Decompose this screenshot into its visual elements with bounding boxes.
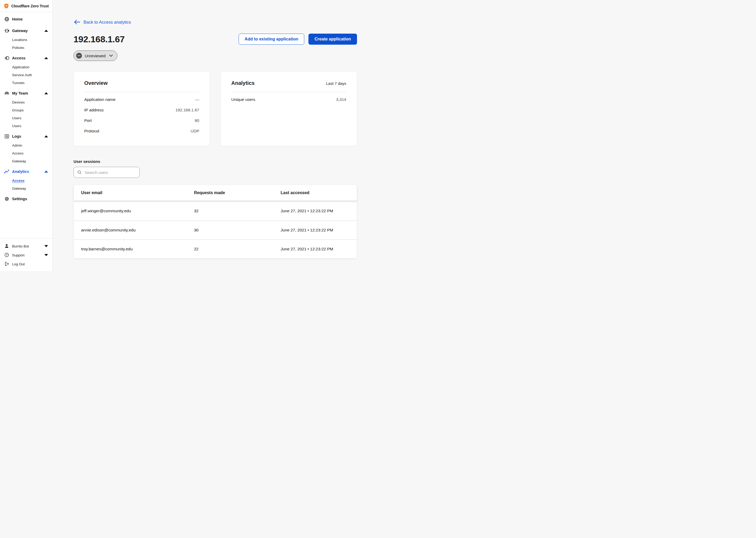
add-to-existing-application-button[interactable]: Add to existing application [239, 34, 304, 45]
help-icon: ? [4, 252, 10, 258]
sidebar-item-settings[interactable]: Settings [0, 194, 52, 204]
collapse-arrow-icon[interactable] [44, 92, 48, 94]
sidebar-item-label: Analytics [12, 169, 29, 174]
review-status-dropdown[interactable]: Unreviewed [73, 50, 117, 61]
brand-label: Cloudflare Zero Trust [11, 4, 49, 8]
sidebar-item-users[interactable]: Users [0, 114, 52, 122]
main-content: Back to Access analytics 192.168.1.67 Ad… [53, 0, 378, 271]
table-row: troy.barnes@community.edu22June 27, 2021… [74, 239, 357, 258]
analytics-rows: Unique users3,314 [231, 94, 346, 105]
footer-item-burrito-bot[interactable]: Burrito Bot [0, 242, 52, 250]
footer-item-log-out[interactable]: Log Out [0, 259, 52, 268]
analytics-card: Analytics Last 7 days Unique users3,314 [220, 72, 357, 146]
kv-value: 3,314 [336, 97, 346, 102]
requests-made-cell: 32 [194, 209, 281, 213]
page-header: 192.168.1.67 Add to existing application… [73, 34, 357, 45]
sidebar-item-label: Policies [12, 46, 24, 50]
sidebar-item-label: Access [12, 179, 24, 183]
app-window: Cloudflare Zero Trust HomeGatewayLocatio… [0, 0, 378, 271]
sidebar-item-logs[interactable]: Logs [0, 131, 52, 141]
kv-label: Unique users [231, 97, 255, 102]
sidebar-item-users[interactable]: Users [0, 122, 52, 130]
unreviewed-minus-icon [76, 53, 82, 59]
sidebar-item-application[interactable]: Application [0, 63, 52, 71]
user-email-cell: jeff.winger@community.edu [81, 209, 194, 213]
sidebar-item-label: Gateway [12, 159, 26, 163]
sidebar-item-gateway[interactable]: Gateway [0, 26, 52, 36]
collapse-arrow-icon[interactable] [44, 57, 48, 59]
sidebar-item-devices[interactable]: Devices [0, 98, 52, 106]
user-sessions-table: User emailRequests madeLast accessed jef… [73, 185, 357, 258]
sidebar-nav: HomeGatewayLocationsPoliciesAccessApplic… [0, 12, 52, 238]
team-icon [4, 91, 10, 96]
footer-item-label: Support [12, 253, 24, 257]
sidebar-item-label: Gateway [12, 28, 28, 33]
collapse-arrow-icon[interactable] [44, 30, 48, 32]
gear-icon [4, 196, 10, 201]
kv-label: Protocol [84, 129, 99, 134]
back-link-label: Back to Access analytics [83, 20, 131, 25]
globe-icon [4, 17, 10, 22]
collapse-arrow-icon[interactable] [44, 171, 48, 173]
user-icon [4, 243, 10, 249]
kv-value: 192.168.1.67 [175, 108, 199, 112]
requests-made-cell: 30 [194, 228, 281, 233]
table-row: annie.edison@community.edu30June 27, 202… [74, 220, 357, 239]
sidebar-item-access[interactable]: Access [0, 177, 52, 185]
collapse-arrow-icon[interactable] [44, 135, 48, 137]
overview-card: Overview Application name—IP address192.… [73, 72, 210, 146]
sidebar: Cloudflare Zero Trust HomeGatewayLocatio… [0, 0, 53, 271]
sidebar-item-analytics[interactable]: Analytics [0, 167, 52, 177]
user-sessions-label: User sessions [73, 159, 357, 164]
back-link[interactable]: Back to Access analytics [73, 20, 131, 25]
sidebar-item-access[interactable]: Access [0, 53, 52, 63]
logs-icon [4, 134, 10, 139]
sidebar-item-label: Tunnels [12, 81, 25, 85]
sidebar-item-label: Devices [12, 100, 25, 104]
last-accessed-cell: June 27, 2021 • 12:23:22 PM [281, 247, 357, 251]
requests-made-cell: 22 [194, 247, 281, 251]
brand: Cloudflare Zero Trust [0, 0, 52, 12]
last-accessed-cell: June 27, 2021 • 12:23:22 PM [281, 228, 357, 233]
search-icon [77, 170, 82, 175]
analytics-period-label: Last 7 days [326, 81, 346, 86]
analytics-card-title: Analytics [231, 80, 255, 86]
sidebar-item-access[interactable]: Access [0, 149, 52, 157]
table-row: jeff.winger@community.edu32June 27, 2021… [74, 201, 357, 220]
kv-label: Application name [84, 97, 116, 102]
sidebar-item-label: Logs [12, 134, 21, 138]
create-application-button[interactable]: Create application [308, 34, 357, 45]
sidebar-footer: Burrito Bot?SupportLog Out [0, 238, 52, 271]
last-accessed-cell: June 27, 2021 • 12:23:22 PM [281, 209, 357, 213]
sidebar-item-label: Access [12, 56, 25, 60]
back-arrow-icon [73, 20, 80, 25]
kv-value: 80 [195, 118, 199, 123]
sidebar-item-gateway[interactable]: Gateway [0, 185, 52, 192]
sidebar-item-label: My Team [12, 91, 28, 95]
sidebar-item-my-team[interactable]: My Team [0, 88, 52, 98]
analytics-icon [4, 169, 10, 174]
sidebar-item-locations[interactable]: Locations [0, 36, 52, 44]
kv-label: IP address [84, 108, 104, 112]
sidebar-item-gateway[interactable]: Gateway [0, 157, 52, 165]
kv-row-port: Port80 [84, 115, 199, 126]
overview-rows: Application name—IP address192.168.1.67P… [84, 94, 199, 136]
expand-arrow-icon[interactable] [44, 254, 48, 256]
sidebar-item-tunnels[interactable]: Tunnels [0, 79, 52, 87]
kv-row-unique-users: Unique users3,314 [231, 94, 346, 105]
sidebar-item-label: Home [12, 17, 23, 21]
sidebar-item-service-auth[interactable]: Service Auth [0, 71, 52, 79]
header-buttons: Add to existing application Create appli… [239, 34, 357, 45]
sidebar-item-admin[interactable]: Admin [0, 141, 52, 149]
sidebar-item-home[interactable]: Home [0, 14, 52, 24]
footer-item-support[interactable]: ?Support [0, 250, 52, 259]
user-email-cell: annie.edison@community.edu [81, 228, 194, 233]
sidebar-item-groups[interactable]: Groups [0, 106, 52, 114]
sidebar-item-label: Groups [12, 108, 24, 112]
sidebar-item-policies[interactable]: Policies [0, 44, 52, 51]
kv-value: UDP [191, 129, 199, 134]
search-users-input[interactable] [84, 170, 138, 175]
chevron-down-icon [109, 55, 113, 57]
expand-arrow-icon[interactable] [44, 245, 48, 247]
kv-value: — [195, 97, 200, 102]
